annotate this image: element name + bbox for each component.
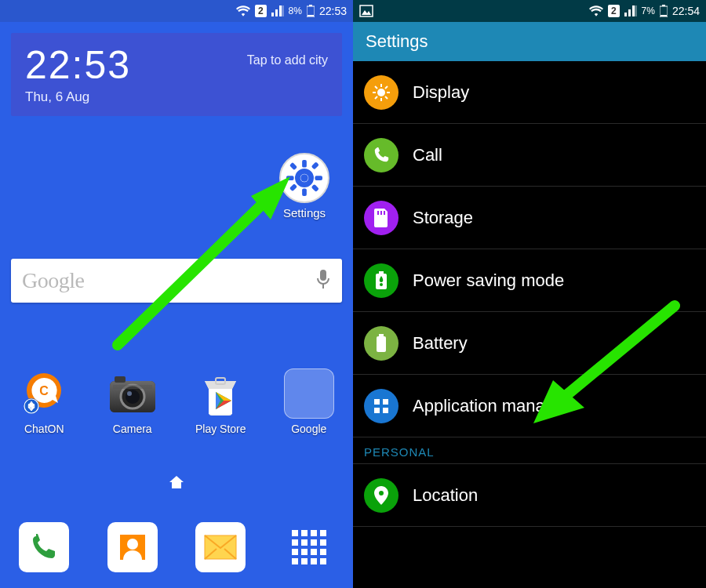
svg-rect-64 <box>379 334 384 336</box>
phone-app[interactable] <box>19 522 69 572</box>
app-label: ChatON <box>5 423 83 435</box>
svg-rect-1 <box>309 5 312 6</box>
settings-list[interactable]: Display Call Storage Power saving mode B… <box>353 61 706 527</box>
settings-title: Settings <box>366 31 428 52</box>
svg-point-27 <box>127 391 132 396</box>
app-drawer-button[interactable] <box>284 522 334 572</box>
settings-item-application-manager[interactable]: Application manager <box>353 375 706 437</box>
svg-line-53 <box>375 86 377 89</box>
svg-rect-24 <box>115 376 126 383</box>
svg-rect-28 <box>113 385 152 389</box>
svg-rect-7 <box>286 176 294 180</box>
svg-point-62 <box>380 283 383 286</box>
settings-screen: 2 7% 22:54 Settings Display Call <box>353 0 706 588</box>
svg-point-4 <box>300 174 308 182</box>
app-camera[interactable]: Camera <box>93 368 172 435</box>
location-icon <box>364 478 398 513</box>
apps-icon <box>364 389 398 423</box>
svg-rect-68 <box>383 408 388 413</box>
gear-icon <box>279 153 329 203</box>
picture-icon <box>359 5 373 17</box>
settings-item-call[interactable]: Call <box>353 124 706 187</box>
contacts-app[interactable] <box>107 522 158 572</box>
envelope-icon <box>203 534 238 561</box>
app-chaton[interactable]: C ChatON <box>5 368 83 435</box>
svg-rect-11 <box>311 162 319 169</box>
item-label: Call <box>413 145 442 165</box>
svg-rect-67 <box>374 408 380 413</box>
app-row: C ChatON Camera Play Store Google <box>0 368 353 435</box>
home-page-indicator-icon <box>168 474 185 493</box>
svg-rect-5 <box>302 160 307 168</box>
settings-app-shortcut[interactable]: Settings <box>279 153 329 220</box>
wifi-icon <box>589 5 603 16</box>
svg-rect-46 <box>662 5 665 6</box>
svg-rect-2 <box>308 15 314 16</box>
folder-icon <box>284 368 334 419</box>
item-label: Storage <box>413 208 473 228</box>
add-city-button[interactable]: Tap to add city <box>247 53 328 67</box>
settings-item-display[interactable]: Display <box>353 61 706 124</box>
clock-time: 22:53 <box>25 45 131 85</box>
clock-date: Thu, 6 Aug <box>25 89 131 105</box>
phone-icon <box>28 532 60 563</box>
settings-header: Settings <box>353 22 706 61</box>
svg-line-55 <box>385 86 388 89</box>
battery-item-icon <box>364 326 398 361</box>
play-store-icon <box>195 368 246 419</box>
item-label: Power saving mode <box>413 270 564 291</box>
svg-rect-65 <box>374 399 380 405</box>
svg-rect-8 <box>315 176 322 180</box>
settings-item-location[interactable]: Location <box>353 464 706 527</box>
clock-widget[interactable]: 22:53 Thu, 6 Aug Tap to add city <box>11 33 342 116</box>
battery-percent: 7% <box>642 5 655 16</box>
apps-grid-icon <box>292 530 326 564</box>
settings-item-battery[interactable]: Battery <box>353 312 706 375</box>
svg-rect-6 <box>302 188 307 196</box>
status-bar: 2 7% 22:54 <box>353 0 706 22</box>
signal-icon <box>624 5 637 16</box>
settings-shortcut-label: Settings <box>279 206 329 220</box>
app-play-store[interactable]: Play Store <box>181 368 260 435</box>
svg-rect-58 <box>380 211 382 215</box>
settings-item-storage[interactable]: Storage <box>353 187 706 249</box>
svg-point-48 <box>377 89 385 96</box>
display-icon <box>364 75 398 110</box>
google-search-bar[interactable]: Google <box>11 259 342 303</box>
settings-item-power-saving[interactable]: Power saving mode <box>353 249 706 312</box>
call-icon <box>364 138 398 172</box>
battery-icon <box>307 5 315 17</box>
dock <box>0 522 353 572</box>
svg-line-54 <box>385 96 388 99</box>
item-label: Location <box>413 485 478 506</box>
svg-rect-61 <box>379 271 384 274</box>
messages-app[interactable] <box>195 522 246 572</box>
chaton-icon: C <box>19 368 69 419</box>
svg-rect-12 <box>289 183 297 191</box>
svg-text:C: C <box>39 384 49 397</box>
app-label: Camera <box>93 423 172 435</box>
contact-icon <box>117 532 148 563</box>
app-label: Play Store <box>181 423 260 435</box>
status-bar: 2 8% 22:53 <box>0 0 353 22</box>
app-google-folder[interactable]: Google <box>270 368 348 435</box>
svg-rect-57 <box>377 211 379 215</box>
svg-rect-66 <box>383 399 388 405</box>
mic-icon[interactable] <box>315 269 331 292</box>
status-time: 22:53 <box>319 5 347 17</box>
power-saving-icon <box>364 263 398 298</box>
signal-icon <box>271 5 284 16</box>
svg-rect-10 <box>311 184 319 192</box>
item-label: Battery <box>413 333 468 354</box>
svg-marker-44 <box>362 10 371 15</box>
svg-point-26 <box>126 390 140 404</box>
svg-rect-13 <box>320 270 326 281</box>
status-time: 22:54 <box>672 5 700 17</box>
battery-percent: 8% <box>289 5 302 16</box>
camera-icon <box>107 368 158 419</box>
item-label: Application manager <box>413 396 570 416</box>
sim-badge: 2 <box>608 5 620 17</box>
app-label: Google <box>270 423 348 435</box>
battery-icon <box>660 5 668 17</box>
sim-badge: 2 <box>255 5 267 17</box>
